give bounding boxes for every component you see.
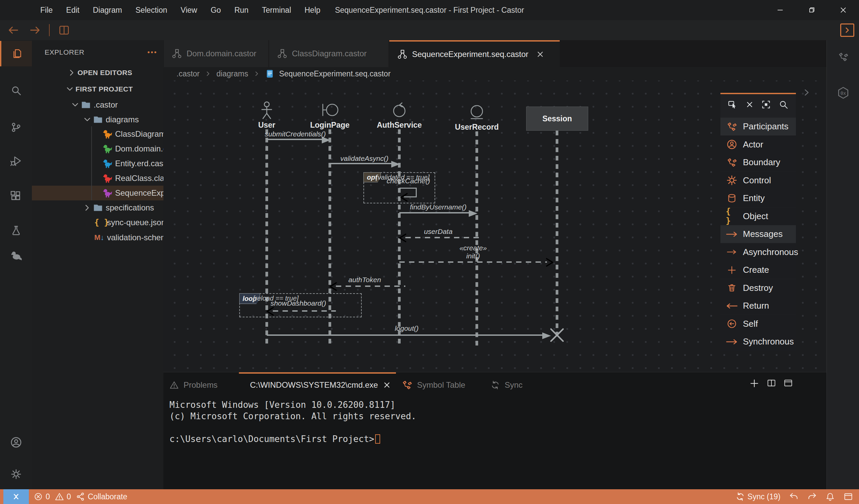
- panel-tab-c-windows-system32-cmd-exe[interactable]: C:\WINDOWS\SYSTEM32\cmd.exe: [250, 373, 391, 397]
- tree-item-sequenceexperi-[interactable]: SequenceExperi...: [32, 186, 163, 200]
- palette-item-return[interactable]: Return: [720, 297, 796, 315]
- new-terminal-button[interactable]: [749, 378, 759, 389]
- status-redo[interactable]: [807, 492, 817, 501]
- split-panel-button[interactable]: [767, 378, 776, 389]
- tree-item-validation-schema-[interactable]: M↓validation-schema....: [32, 230, 163, 245]
- breadcrumb-file[interactable]: SequenceExperiment.seq.castor: [279, 69, 391, 78]
- menu-run[interactable]: Run: [227, 6, 255, 15]
- status-sync-status[interactable]: Sync (19): [736, 492, 781, 501]
- maximize-button[interactable]: [796, 0, 827, 20]
- participant-authservice[interactable]: AuthService: [377, 121, 422, 130]
- collapse-palette-chevron[interactable]: [802, 88, 811, 97]
- palette-item-participants[interactable]: Participants: [720, 117, 796, 136]
- activity-item-explorer[interactable]: [0, 41, 32, 66]
- palette-item-synchronous[interactable]: Synchronous: [720, 333, 796, 350]
- editor-tab-sequenceexperiment.seq.castor[interactable]: SequenceExperiment.seq.castor: [389, 40, 560, 67]
- menu-file[interactable]: File: [33, 6, 59, 15]
- activity-item-source-control[interactable]: [0, 115, 32, 140]
- activity-item-run-debug[interactable]: [0, 148, 32, 174]
- menu-go[interactable]: Go: [204, 6, 228, 15]
- forward-button[interactable]: [29, 24, 41, 36]
- diagram-canvas[interactable]: UserLoginPageAuthServiceUserRecordSessio…: [163, 80, 827, 372]
- back-button[interactable]: [7, 24, 19, 36]
- tree-item-classdiagram-cas-[interactable]: ClassDiagram.cas...: [32, 127, 163, 141]
- palette-item-asynchronous[interactable]: Asynchronous: [720, 243, 796, 261]
- breadcrumb[interactable]: .castordiagramsSequenceExperiment.seq.ca…: [163, 67, 827, 80]
- palette-item-self[interactable]: Self: [720, 315, 796, 333]
- status-errors[interactable]: 0: [33, 492, 50, 501]
- status-notifications[interactable]: [826, 492, 835, 501]
- participant-userrecord[interactable]: UserRecord: [455, 123, 499, 132]
- maximize-panel-button[interactable]: [784, 378, 793, 389]
- editor-tab-classdiagram.castor[interactable]: ClassDiagram.castor: [269, 40, 389, 67]
- explorer-more-actions-button[interactable]: [147, 47, 157, 58]
- panel-tab-symbol-table[interactable]: Symbol Table: [402, 373, 465, 397]
- message-line-userdata[interactable]: [405, 237, 483, 238]
- activity-item-testing[interactable]: [0, 218, 32, 243]
- tree-item-sync-queue-json[interactable]: { }sync-queue.json: [32, 215, 163, 230]
- search-tool-button[interactable]: [779, 99, 788, 110]
- message-line-findbyusername[interactable]: [399, 212, 471, 214]
- tree-item-open-editors[interactable]: OPEN EDITORS: [32, 65, 163, 80]
- message-line-logout[interactable]: [267, 334, 544, 336]
- panel-tab-problems[interactable]: Problems: [169, 373, 217, 397]
- message-line-validateasync[interactable]: [330, 163, 393, 164]
- palette-item-create[interactable]: Create: [720, 261, 796, 279]
- tree-item-specifications[interactable]: specifications: [32, 200, 163, 215]
- message-line-init[interactable]: [399, 262, 547, 263]
- message-line-submitcredentials[interactable]: [267, 139, 324, 140]
- minimize-button[interactable]: [764, 0, 796, 20]
- participant-loginpage[interactable]: LoginPage: [310, 121, 350, 130]
- palette-item-actor[interactable]: Actor: [720, 136, 796, 154]
- boundary-icon[interactable]: [321, 101, 339, 119]
- participant-user[interactable]: User: [258, 121, 275, 130]
- tree-item-realclass-class-ca-[interactable]: RealClass.class.ca...: [32, 171, 163, 186]
- actor-icon[interactable]: [260, 101, 274, 119]
- palette-item-messages[interactable]: Messages: [720, 225, 796, 243]
- tree-item--castor[interactable]: .castor: [32, 97, 163, 112]
- terminal-cursor[interactable]: [375, 434, 380, 444]
- close-tab-icon[interactable]: [536, 50, 545, 59]
- activity-item-account[interactable]: [0, 430, 32, 455]
- open-side-panel-button[interactable]: [840, 23, 854, 37]
- tree-item-entity-erd-castor[interactable]: Entity.erd.castor: [32, 156, 163, 171]
- status-undo[interactable]: [789, 492, 799, 501]
- select-tool-button[interactable]: [728, 99, 738, 110]
- menu-terminal[interactable]: Terminal: [255, 6, 298, 15]
- entity-icon[interactable]: [468, 104, 485, 120]
- palette-item-object[interactable]: { }Object: [720, 207, 796, 225]
- status-collaborate[interactable]: Collaborate: [76, 492, 127, 501]
- palette-item-entity[interactable]: Entity: [720, 189, 796, 207]
- editor-tab-dom.domain.castor[interactable]: Dom.domain.castor: [164, 40, 269, 67]
- tree-item-dom-domain-cast-[interactable]: Dom.domain.cast...: [32, 141, 163, 156]
- menu-help[interactable]: Help: [298, 6, 327, 15]
- tree-item-diagrams[interactable]: diagrams: [32, 112, 163, 127]
- close-button[interactable]: [827, 0, 859, 20]
- delete-tool-button[interactable]: [745, 100, 754, 109]
- close-tab-icon[interactable]: [382, 381, 391, 389]
- split-layout-button[interactable]: [58, 25, 70, 36]
- activity-item-extensions[interactable]: [0, 183, 32, 209]
- secondary-bar-structure-view[interactable]: [827, 45, 859, 69]
- palette-item-destroy[interactable]: Destroy: [720, 279, 796, 297]
- secondary-bar-hex-view[interactable]: 0x: [827, 81, 859, 105]
- status-panel-layout[interactable]: [844, 492, 853, 501]
- menu-selection[interactable]: Selection: [129, 6, 174, 15]
- menu-diagram[interactable]: Diagram: [86, 6, 129, 15]
- palette-item-boundary[interactable]: Boundary: [720, 154, 796, 171]
- palette-item-control[interactable]: Control: [720, 172, 796, 189]
- tree-item-first-project[interactable]: FIRST PROJECT: [32, 82, 163, 96]
- terminal-output[interactable]: Microsoft Windows [Version 10.0.26200.81…: [169, 399, 417, 445]
- message-line-authtoken[interactable]: [336, 285, 405, 287]
- fit-view-tool-button[interactable]: [761, 99, 771, 110]
- breadcrumb-segment[interactable]: .castor: [177, 69, 200, 78]
- breadcrumb-segment[interactable]: diagrams: [216, 69, 248, 78]
- activity-item-settings[interactable]: [0, 461, 32, 487]
- activity-item-search[interactable]: [0, 78, 32, 103]
- menu-view[interactable]: View: [174, 6, 204, 15]
- control-icon[interactable]: [391, 101, 408, 120]
- activity-item-castor[interactable]: [0, 242, 32, 268]
- participant-session[interactable]: Session: [526, 107, 588, 131]
- remote-indicator[interactable]: [3, 489, 29, 504]
- menu-edit[interactable]: Edit: [59, 6, 86, 15]
